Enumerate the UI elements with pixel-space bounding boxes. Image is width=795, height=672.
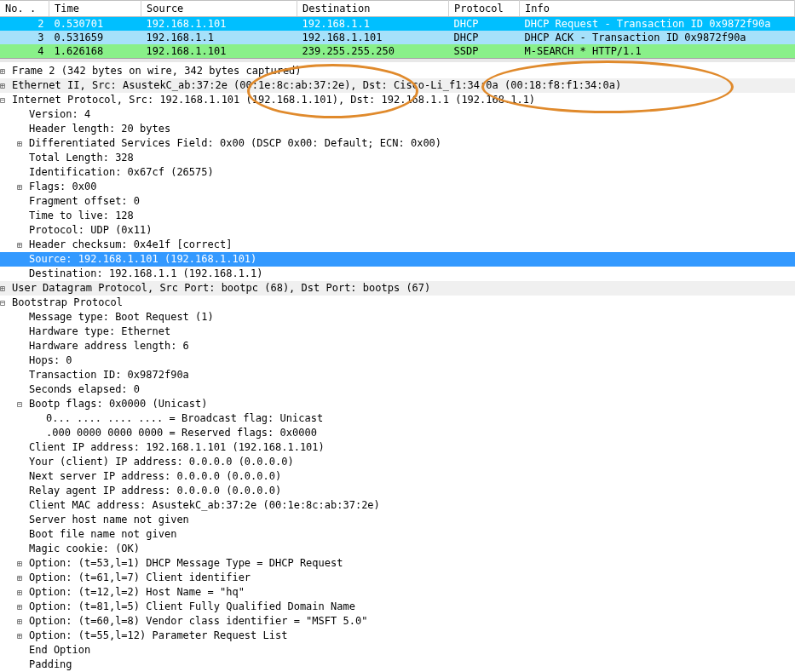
col-header-source[interactable]: Source (141, 1, 297, 17)
col-header-time[interactable]: Time (49, 1, 141, 17)
detail-line[interactable]: Option: (t=60,l=8) Vendor class identifi… (0, 614, 795, 629)
detail-line[interactable]: Total Length: 328 (0, 151, 795, 165)
detail-line[interactable]: Header checksum: 0x4e1f [correct] (0, 238, 795, 252)
detail-line[interactable]: Ethernet II, Src: AsustekC_ab:37:2e (00:… (0, 78, 795, 93)
detail-line[interactable]: Hardware type: Ethernet (0, 325, 795, 339)
detail-line[interactable]: Internet Protocol, Src: 192.168.1.101 (1… (0, 93, 795, 107)
detail-line[interactable]: Frame 2 (342 bytes on wire, 342 bytes ca… (0, 64, 795, 78)
detail-line[interactable]: Time to live: 128 (0, 209, 795, 223)
detail-line[interactable]: User Datagram Protocol, Src Port: bootpc… (0, 281, 795, 296)
detail-line[interactable]: Your (client) IP address: 0.0.0.0 (0.0.0… (0, 455, 795, 469)
packet-cell-time: 1.626168 (49, 44, 141, 58)
packet-cell-proto: DHCP (449, 31, 520, 44)
detail-line[interactable]: Option: (t=61,l=7) Client identifier (0, 571, 795, 585)
detail-line[interactable]: 0... .... .... .... = Broadcast flag: Un… (0, 411, 795, 426)
detail-line[interactable]: Option: (t=12,l=2) Host Name = "hq" (0, 585, 795, 600)
packet-cell-no: 4 (0, 44, 49, 58)
detail-line[interactable]: Option: (t=53,l=1) DHCP Message Type = D… (0, 556, 795, 571)
packet-cell-dst: 192.168.1.1 (297, 17, 449, 32)
packet-details-pane[interactable]: Frame 2 (342 bytes on wire, 342 bytes ca… (0, 62, 795, 672)
packet-list-header-row[interactable]: No. . Time Source Destination Protocol I… (0, 1, 795, 17)
detail-line[interactable]: Padding (0, 658, 795, 672)
detail-line[interactable]: Header length: 20 bytes (0, 122, 795, 136)
packet-cell-info: M-SEARCH * HTTP/1.1 (520, 44, 795, 58)
detail-line[interactable]: Protocol: UDP (0x11) (0, 223, 795, 238)
detail-line[interactable]: Hardware address length: 6 (0, 339, 795, 353)
packet-row[interactable]: 30.531659192.168.1.1192.168.1.101DHCPDHC… (0, 31, 795, 44)
col-header-info[interactable]: Info (520, 1, 795, 17)
detail-line[interactable]: Option: (t=81,l=5) Client Fully Qualifie… (0, 600, 795, 614)
packet-cell-info: DHCP Request - Transaction ID 0x9872f90a (520, 17, 795, 32)
detail-line[interactable]: Flags: 0x00 (0, 180, 795, 194)
detail-line[interactable]: End Option (0, 643, 795, 658)
packet-cell-src: 192.168.1.1 (141, 31, 297, 44)
packet-list-table[interactable]: No. . Time Source Destination Protocol I… (0, 0, 795, 58)
packet-cell-time: 0.531659 (49, 31, 141, 44)
detail-line[interactable]: Relay agent IP address: 0.0.0.0 (0.0.0.0… (0, 484, 795, 498)
packet-cell-no: 2 (0, 17, 49, 32)
detail-line[interactable]: Magic cookie: (OK) (0, 542, 795, 556)
packet-cell-src: 192.168.1.101 (141, 44, 297, 58)
detail-line[interactable]: Transaction ID: 0x9872f90a (0, 368, 795, 382)
packet-cell-proto: DHCP (449, 17, 520, 32)
detail-line[interactable]: Option: (t=55,l=12) Parameter Request Li… (0, 629, 795, 643)
packet-cell-proto: SSDP (449, 44, 520, 58)
detail-line[interactable]: Client MAC address: AsustekC_ab:37:2e (0… (0, 498, 795, 513)
detail-line[interactable]: Identification: 0x67cf (26575) (0, 165, 795, 180)
detail-line[interactable]: Source: 192.168.1.101 (192.168.1.101) (0, 252, 795, 267)
packet-cell-src: 192.168.1.101 (141, 17, 297, 32)
detail-line[interactable]: Bootstrap Protocol (0, 296, 795, 310)
packet-row[interactable]: 41.626168192.168.1.101239.255.255.250SSD… (0, 44, 795, 58)
packet-cell-no: 3 (0, 31, 49, 44)
packet-cell-dst: 192.168.1.101 (297, 31, 449, 44)
detail-line[interactable]: Next server IP address: 0.0.0.0 (0.0.0.0… (0, 469, 795, 484)
detail-line[interactable]: Server host name not given (0, 513, 795, 527)
col-header-destination[interactable]: Destination (297, 1, 449, 17)
detail-line[interactable]: Message type: Boot Request (1) (0, 310, 795, 325)
detail-line[interactable]: Client IP address: 192.168.1.101 (192.16… (0, 440, 795, 455)
packet-cell-dst: 239.255.255.250 (297, 44, 449, 58)
detail-line[interactable]: Destination: 192.168.1.1 (192.168.1.1) (0, 267, 795, 281)
detail-line[interactable]: Differentiated Services Field: 0x00 (DSC… (0, 136, 795, 151)
packet-cell-info: DHCP ACK - Transaction ID 0x9872f90a (520, 31, 795, 44)
col-header-no[interactable]: No. . (0, 1, 49, 17)
detail-line[interactable]: Seconds elapsed: 0 (0, 382, 795, 397)
col-header-protocol[interactable]: Protocol (449, 1, 520, 17)
packet-cell-time: 0.530701 (49, 17, 141, 32)
detail-line[interactable]: Version: 4 (0, 107, 795, 122)
detail-line[interactable]: Boot file name not given (0, 527, 795, 542)
detail-line[interactable]: .000 0000 0000 0000 = Reserved flags: 0x… (0, 426, 795, 440)
detail-line[interactable]: Bootp flags: 0x0000 (Unicast) (0, 397, 795, 411)
detail-line[interactable]: Fragment offset: 0 (0, 194, 795, 209)
packet-row[interactable]: 20.530701192.168.1.101192.168.1.1DHCPDHC… (0, 17, 795, 32)
detail-line[interactable]: Hops: 0 (0, 353, 795, 368)
